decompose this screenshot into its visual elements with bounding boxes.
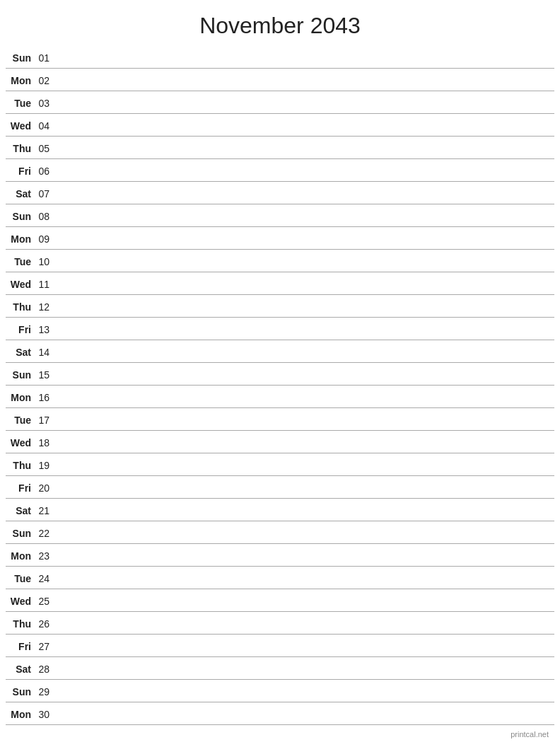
day-row: Sat21 — [6, 499, 554, 521]
day-name: Fri — [6, 641, 35, 652]
day-row: Fri06 — [6, 159, 554, 182]
day-row: Sun15 — [6, 363, 554, 386]
day-number: 12 — [35, 301, 55, 313]
day-line — [55, 238, 554, 239]
day-number: 18 — [35, 437, 55, 448]
day-line — [55, 284, 554, 284]
day-name: Wed — [6, 437, 35, 448]
day-line — [55, 668, 554, 669]
day-name: Sun — [6, 52, 35, 64]
day-name: Mon — [6, 550, 35, 562]
footer-text: printcal.net — [511, 730, 549, 739]
day-number: 09 — [35, 233, 55, 245]
day-row: Sun01 — [6, 46, 554, 69]
day-row: Mon09 — [6, 227, 554, 250]
day-number: 04 — [35, 120, 55, 132]
day-line — [55, 487, 554, 488]
day-number: 14 — [35, 347, 55, 358]
day-number: 17 — [35, 415, 55, 426]
day-line — [55, 148, 554, 149]
day-row: Thu12 — [6, 295, 554, 318]
day-number: 03 — [35, 98, 55, 109]
day-line — [55, 103, 554, 103]
day-name: Sat — [6, 664, 35, 675]
day-row: Fri13 — [6, 318, 554, 340]
day-row: Sat28 — [6, 657, 554, 680]
day-number: 22 — [35, 528, 55, 539]
day-name: Thu — [6, 460, 35, 471]
day-line — [55, 623, 554, 624]
day-number: 19 — [35, 460, 55, 471]
page-title: November 2043 — [0, 0, 560, 46]
day-name: Wed — [6, 120, 35, 132]
day-line — [55, 533, 554, 533]
day-number: 06 — [35, 166, 55, 177]
day-name: Tue — [6, 415, 35, 426]
day-row: Tue24 — [6, 567, 554, 589]
day-number: 11 — [35, 279, 55, 290]
day-name: Sun — [6, 686, 35, 697]
day-number: 28 — [35, 664, 55, 675]
day-number: 16 — [35, 392, 55, 403]
day-name: Fri — [6, 166, 35, 177]
day-number: 08 — [35, 211, 55, 222]
day-line — [55, 465, 554, 465]
day-number: 24 — [35, 573, 55, 584]
day-row: Thu19 — [6, 453, 554, 476]
day-number: 30 — [35, 709, 55, 720]
day-line — [55, 374, 554, 375]
day-row: Sat14 — [6, 340, 554, 363]
day-number: 20 — [35, 482, 55, 494]
day-name: Thu — [6, 618, 35, 630]
day-line — [55, 646, 554, 647]
day-number: 25 — [35, 596, 55, 607]
day-line — [55, 601, 554, 601]
day-row: Fri27 — [6, 635, 554, 657]
day-row: Tue10 — [6, 250, 554, 272]
day-name: Mon — [6, 75, 35, 86]
day-line — [55, 306, 554, 307]
day-line — [55, 193, 554, 194]
day-number: 13 — [35, 324, 55, 335]
day-name: Sat — [6, 188, 35, 199]
day-row: Mon30 — [6, 702, 554, 725]
day-number: 26 — [35, 618, 55, 630]
day-row: Sun08 — [6, 204, 554, 227]
day-name: Mon — [6, 709, 35, 720]
day-name: Fri — [6, 482, 35, 494]
day-row: Thu26 — [6, 612, 554, 635]
day-row: Sun29 — [6, 680, 554, 702]
day-row: Tue03 — [6, 91, 554, 114]
day-number: 07 — [35, 188, 55, 199]
day-line — [55, 578, 554, 579]
day-name: Fri — [6, 324, 35, 335]
day-line — [55, 419, 554, 420]
day-row: Wed18 — [6, 431, 554, 453]
day-name: Wed — [6, 596, 35, 607]
day-number: 10 — [35, 256, 55, 267]
day-name: Tue — [6, 256, 35, 267]
day-name: Thu — [6, 301, 35, 313]
day-number: 15 — [35, 369, 55, 381]
day-line — [55, 442, 554, 443]
day-number: 21 — [35, 505, 55, 516]
day-row: Thu05 — [6, 137, 554, 159]
day-line — [55, 714, 554, 714]
day-row: Wed11 — [6, 272, 554, 295]
day-line — [55, 57, 554, 58]
day-number: 27 — [35, 641, 55, 652]
day-name: Mon — [6, 392, 35, 403]
day-line — [55, 261, 554, 262]
day-number: 29 — [35, 686, 55, 697]
day-name: Sat — [6, 347, 35, 358]
day-row: Wed04 — [6, 114, 554, 137]
calendar-grid: Sun01Mon02Tue03Wed04Thu05Fri06Sat07Sun08… — [0, 46, 560, 725]
day-name: Thu — [6, 143, 35, 154]
day-row: Mon23 — [6, 544, 554, 567]
day-name: Mon — [6, 233, 35, 245]
day-line — [55, 216, 554, 216]
day-number: 02 — [35, 75, 55, 86]
day-row: Tue17 — [6, 408, 554, 431]
day-row: Wed25 — [6, 589, 554, 612]
day-row: Sun22 — [6, 521, 554, 544]
